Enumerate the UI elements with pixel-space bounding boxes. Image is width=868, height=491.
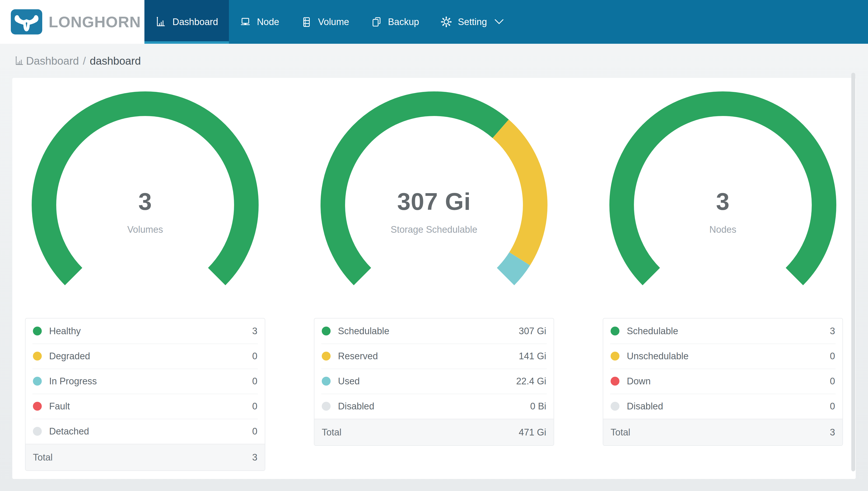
status-dot — [611, 402, 619, 411]
nodes-gauge: 3 Nodes — [603, 91, 843, 318]
nav-tab-node[interactable]: Node — [229, 0, 290, 44]
nav-tab-label: Dashboard — [173, 17, 218, 27]
status-dot — [611, 377, 619, 385]
legend-row-degraded: Degraded 0 — [26, 344, 265, 369]
laptop-icon — [240, 16, 251, 28]
breadcrumb-separator: / — [83, 55, 86, 67]
nav-tab-label: Volume — [318, 17, 349, 27]
nav-tab-label: Setting — [458, 17, 487, 27]
dashboard-content: 3 Volumes Healthy 3 Degraded 0 — [0, 78, 868, 479]
volumes-panel: 3 Volumes Healthy 3 Degraded 0 — [25, 91, 265, 471]
legend-row-down: Down 0 — [603, 369, 842, 394]
legend-row-schedulable: Schedulable 3 — [603, 318, 842, 344]
status-dot — [33, 427, 42, 436]
storage-gauge-label: Storage Schedulable — [314, 224, 554, 235]
legend-total-row: Total 3 — [26, 444, 265, 470]
legend-row-disabled: Disabled 0 — [603, 394, 842, 419]
vertical-scrollbar[interactable] — [851, 73, 855, 471]
status-dot — [611, 352, 619, 360]
status-dot — [33, 326, 42, 336]
brand[interactable]: LONGHORN — [0, 0, 145, 44]
nodes-panel: 3 Nodes Schedulable 3 Unschedulable 0 — [603, 91, 843, 471]
volumes-gauge-label: Volumes — [25, 224, 265, 235]
status-dot — [322, 377, 331, 385]
breadcrumb: Dashboard / dashboard — [0, 44, 868, 78]
legend-row-schedulable: Schedulable 307 Gi — [314, 318, 554, 344]
legend-row-used: Used 22.4 Gi — [314, 369, 554, 394]
main-nav: Dashboard Node Volume — [145, 0, 515, 44]
volumes-gauge: 3 Volumes — [25, 91, 265, 318]
nav-tab-label: Node — [257, 17, 279, 27]
nav-tab-volume[interactable]: Volume — [290, 0, 360, 44]
legend-row-unschedulable: Unschedulable 0 — [603, 344, 842, 369]
bar-chart-icon — [14, 56, 26, 66]
legend-row-healthy: Healthy 3 — [26, 318, 265, 344]
dashboard-card: 3 Volumes Healthy 3 Degraded 0 — [12, 78, 856, 479]
longhorn-bull-icon — [11, 9, 42, 35]
volumes-count: 3 — [25, 188, 265, 215]
chevron-down-icon — [493, 19, 504, 25]
copy-icon — [371, 16, 382, 28]
status-dot — [322, 402, 331, 411]
nav-tab-backup[interactable]: Backup — [360, 0, 430, 44]
legend-row-reserved: Reserved 141 Gi — [314, 344, 554, 369]
database-icon — [301, 16, 312, 28]
legend-total-row: Total 3 — [603, 419, 842, 445]
legend-row-fault: Fault 0 — [26, 394, 265, 419]
breadcrumb-current-page: dashboard — [90, 55, 141, 67]
bar-chart-icon — [155, 16, 166, 28]
nodes-gauge-label: Nodes — [603, 224, 843, 235]
breadcrumb-section[interactable]: Dashboard — [26, 55, 79, 67]
status-dot — [611, 326, 619, 336]
volumes-legend-table: Healthy 3 Degraded 0 In Progress 0 — [25, 318, 265, 471]
nav-tab-dashboard[interactable]: Dashboard — [145, 0, 229, 44]
brand-name: LONGHORN — [49, 13, 141, 31]
storage-schedulable-value: 307 Gi — [314, 188, 554, 215]
storage-panel: 307 Gi Storage Schedulable Schedulable 3… — [314, 91, 554, 471]
status-dot — [33, 352, 42, 360]
nav-tab-setting[interactable]: Setting — [430, 0, 514, 44]
nodes-count: 3 — [603, 188, 843, 215]
storage-legend-table: Schedulable 307 Gi Reserved 141 Gi Used … — [314, 318, 554, 446]
nodes-legend-table: Schedulable 3 Unschedulable 0 Down 0 — [603, 318, 843, 446]
status-dot — [33, 377, 42, 385]
gear-icon — [441, 16, 452, 28]
status-dot — [33, 402, 42, 411]
legend-row-in-progress: In Progress 0 — [26, 369, 265, 394]
storage-gauge: 307 Gi Storage Schedulable — [314, 91, 554, 318]
status-dot — [322, 352, 331, 360]
legend-total-row: Total 471 Gi — [314, 419, 554, 445]
top-navbar: LONGHORN Dashboard Node — [0, 0, 868, 44]
nav-tab-label: Backup — [388, 17, 419, 27]
legend-row-disabled: Disabled 0 Bi — [314, 394, 554, 419]
legend-row-detached: Detached 0 — [26, 419, 265, 444]
status-dot — [322, 326, 331, 336]
